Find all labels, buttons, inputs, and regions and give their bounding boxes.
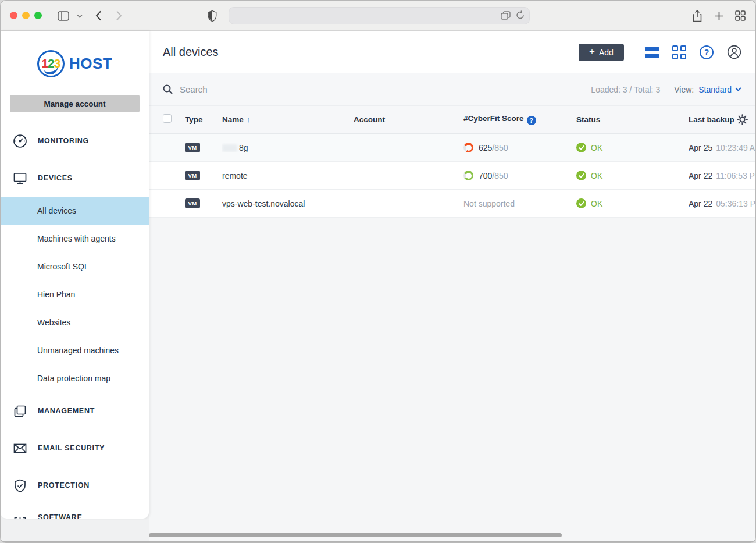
privacy-shield-icon[interactable] [205, 9, 220, 23]
cyberfit-score-cell: Not supported [463, 199, 576, 208]
vm-type-icon: VM [185, 198, 222, 208]
score-ring-icon [463, 143, 473, 152]
search-input[interactable] [180, 84, 366, 94]
column-cyberfit[interactable]: #CyberFit Score? [463, 114, 576, 125]
main-content: All devices + Add ? [149, 31, 755, 542]
shield-check-icon [13, 478, 27, 493]
add-button[interactable]: + Add [579, 44, 624, 61]
redacted-text [222, 144, 237, 152]
sidebar-item-protection[interactable]: PROTECTION [1, 467, 149, 504]
table-header: Type Name↑ Account #CyberFit Score? Stat… [149, 106, 755, 134]
view-label: View: [674, 85, 694, 94]
sidebar: 123 HOST Manage account MON [1, 31, 149, 519]
close-window-button[interactable] [10, 12, 17, 19]
sidebar-item-machines-with-agents[interactable]: Machines with agents [1, 225, 149, 253]
sidebar-item-unmanaged-machines[interactable]: Unmanaged machines [1, 336, 149, 364]
address-bar[interactable] [229, 7, 530, 24]
status-cell: OK [576, 171, 689, 180]
vm-type-icon: VM [185, 171, 222, 180]
table-view-icon[interactable] [645, 45, 659, 59]
page-header: All devices + Add ? [149, 31, 755, 73]
column-settings-gear-icon[interactable] [737, 114, 748, 127]
browser-toolbar [1, 1, 755, 31]
gauge-icon [13, 134, 27, 148]
chevron-down-icon [735, 87, 741, 91]
horizontal-scrollbar[interactable] [149, 533, 562, 537]
table-row[interactable]: VM 8g 625/850 OK [149, 134, 755, 162]
plus-icon: + [589, 47, 595, 56]
column-account[interactable]: Account [354, 115, 463, 124]
sidebar-nav: MONITORING DEVICES All devices Machines … [1, 122, 149, 519]
sidebar-item-hien-phan[interactable]: Hien Phan [1, 281, 149, 308]
page-title: All devices [163, 45, 219, 59]
layers-icon [13, 404, 27, 418]
sidebar-item-label: EMAIL SECURITY [38, 443, 105, 453]
cyberfit-help-icon[interactable]: ? [527, 116, 536, 125]
table-toolbar: Loaded: 3 / Total: 3 View: Standard [149, 73, 755, 106]
sidebar-item-management[interactable]: MANAGEMENT [1, 392, 149, 430]
sidebar-item-label: MANAGEMENT [38, 406, 95, 416]
minimize-window-button[interactable] [22, 12, 30, 19]
cyberfit-score-cell: 625/850 [463, 143, 576, 152]
sort-asc-icon: ↑ [247, 115, 251, 124]
column-status[interactable]: Status [576, 115, 689, 124]
status-ok-icon [576, 198, 586, 208]
manage-account-button[interactable]: Manage account [10, 95, 140, 112]
forward-button[interactable] [111, 9, 126, 23]
vm-type-icon: VM [185, 143, 222, 152]
last-backup-cell: Apr 2211:06:53 PM [689, 171, 755, 180]
software-install-icon [13, 516, 27, 519]
back-button[interactable] [91, 9, 106, 23]
status-cell: OK [576, 143, 689, 152]
traffic-lights [10, 12, 42, 19]
chevron-down-icon[interactable] [72, 9, 87, 23]
sidebar-toggle-icon[interactable] [56, 9, 71, 23]
sidebar-item-data-protection-map[interactable]: Data protection map [1, 364, 149, 392]
sidebar-item-label: PROTECTION [38, 480, 90, 491]
logo-brand-text: HOST [69, 55, 112, 73]
help-icon[interactable]: ? [700, 45, 714, 59]
tab-squares-icon[interactable] [501, 11, 511, 22]
reload-icon[interactable] [516, 10, 525, 22]
device-name[interactable]: vps-web-test.novalocal [222, 199, 354, 208]
sidebar-item-email-security[interactable]: EMAIL SECURITY [1, 430, 149, 467]
score-ring-icon [463, 171, 473, 180]
sidebar-item-all-devices[interactable]: All devices [1, 197, 149, 225]
grid-view-icon[interactable] [672, 45, 686, 59]
sidebar-item-software-management[interactable]: SOFTWARE MANAGEMENT [1, 504, 149, 519]
last-backup-cell: Apr 2510:23:49 AM [689, 143, 755, 152]
column-type[interactable]: Type [185, 115, 222, 124]
device-name[interactable]: 8g [222, 143, 354, 152]
view-select[interactable]: Standard [698, 85, 741, 94]
sidebar-item-devices[interactable]: DEVICES [1, 159, 149, 197]
cyberfit-score-cell: 700/850 [463, 171, 576, 180]
brand-logo: 123 HOST [1, 31, 149, 93]
last-backup-cell: Apr 2205:36:13 PM [689, 199, 755, 208]
status-cell: OK [576, 198, 689, 208]
search-icon [163, 84, 173, 94]
monitor-icon [13, 171, 27, 186]
new-tab-icon[interactable] [711, 9, 726, 23]
share-icon[interactable] [690, 9, 705, 23]
envelope-icon [13, 441, 27, 456]
sidebar-item-label: DEVICES [38, 173, 73, 183]
sidebar-item-label: MONITORING [38, 136, 89, 146]
account-icon[interactable] [727, 45, 741, 59]
loaded-total-counter: Loaded: 3 / Total: 3 [591, 85, 660, 94]
sidebar-item-monitoring[interactable]: MONITORING [1, 122, 149, 159]
status-ok-icon [576, 143, 586, 152]
sidebar-item-microsoft-sql[interactable]: Microsoft SQL [1, 253, 149, 281]
table-row[interactable]: VM remote 700/850 OK [149, 162, 755, 190]
tab-overview-icon[interactable] [733, 9, 748, 23]
device-name[interactable]: remote [222, 171, 354, 180]
zoom-window-button[interactable] [34, 12, 42, 19]
logo-123-icon: 123 [37, 50, 65, 77]
column-name[interactable]: Name↑ [222, 115, 354, 124]
status-ok-icon [576, 171, 586, 180]
table-row[interactable]: VM vps-web-test.novalocal Not supported … [149, 190, 755, 218]
sidebar-item-websites[interactable]: Websites [1, 308, 149, 336]
browser-window: 123 HOST Manage account MON [0, 0, 756, 543]
select-all-checkbox[interactable] [163, 114, 172, 123]
sidebar-item-label: SOFTWARE MANAGEMENT [38, 512, 113, 519]
